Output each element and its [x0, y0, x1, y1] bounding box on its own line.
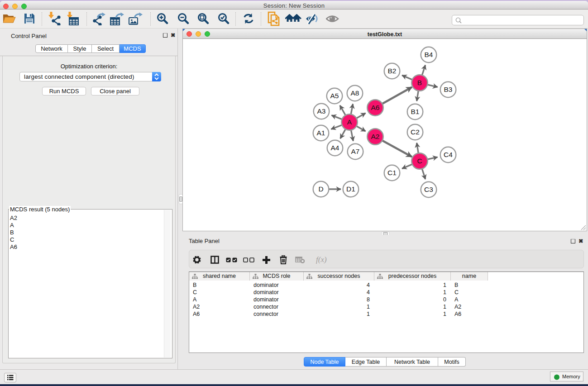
- svg-text:A6: A6: [371, 104, 380, 111]
- svg-text:C1: C1: [387, 169, 397, 176]
- svg-text:A8: A8: [351, 89, 359, 97]
- svg-text:A: A: [347, 118, 352, 126]
- svg-text:C4: C4: [444, 151, 453, 158]
- svg-text:A7: A7: [351, 148, 360, 155]
- svg-text:B: B: [417, 79, 422, 86]
- svg-text:B4: B4: [425, 51, 433, 58]
- svg-text:C: C: [417, 157, 422, 165]
- svg-text:B1: B1: [411, 108, 420, 115]
- svg-text:A5: A5: [330, 92, 339, 100]
- svg-text:A1: A1: [317, 129, 325, 137]
- svg-text:C2: C2: [411, 128, 420, 136]
- svg-text:D: D: [318, 185, 323, 193]
- svg-text:D1: D1: [346, 185, 355, 193]
- svg-text:B3: B3: [444, 86, 453, 93]
- svg-text:A4: A4: [331, 144, 339, 152]
- svg-text:C3: C3: [424, 186, 433, 193]
- svg-text:A3: A3: [317, 107, 326, 115]
- svg-text:A2: A2: [371, 133, 380, 140]
- svg-text:B2: B2: [388, 67, 397, 75]
